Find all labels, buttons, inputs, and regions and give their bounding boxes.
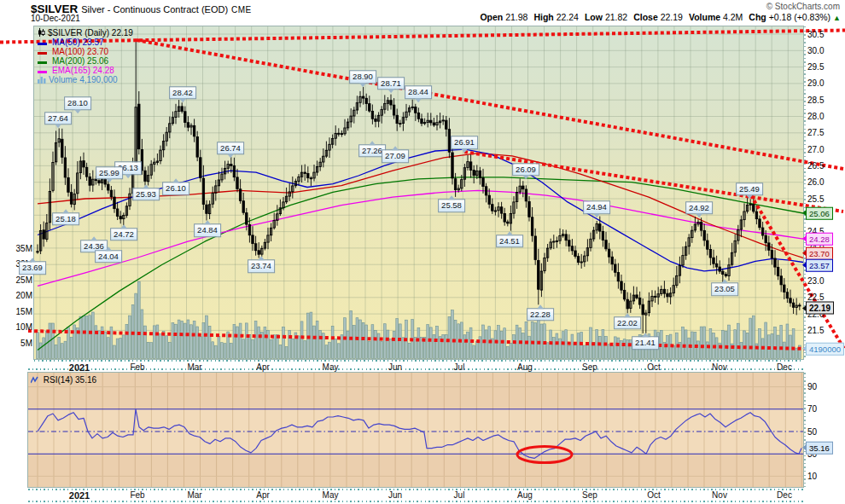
- month-label-sep: Sep: [582, 362, 597, 372]
- price-tick: 29.5: [807, 62, 824, 72]
- price-tick: 26.5: [807, 161, 824, 171]
- price-tick: 21.5: [807, 326, 824, 335]
- price-annotation: 24.94: [583, 200, 610, 214]
- price-annotation: 23.69: [19, 262, 46, 275]
- volume-value-box: 4190000: [806, 343, 844, 356]
- chart-legend: $SILVER (Daily) 22.19MA(50) 23.57MA(100)…: [38, 28, 133, 84]
- month-label-may: May: [323, 362, 339, 372]
- chart-title: Silver - Continuous Contract (EOD): [81, 4, 228, 14]
- stockcharts-silver-chart: $SILVERSilver - Continuous Contract (EOD…: [0, 0, 845, 504]
- legend-row: MA(200) 25.06: [38, 56, 133, 66]
- change-up-arrow-icon: ▲: [833, 14, 841, 22]
- rsi-axis-ticks: [804, 373, 806, 487]
- quote-open: Open 21.98: [480, 12, 527, 22]
- price-tick: 25.5: [807, 194, 824, 204]
- price-annotation: 28.42: [169, 86, 196, 100]
- price-annotation: 21.41: [632, 337, 659, 350]
- volume-bars-icon: [38, 76, 46, 85]
- volume-tick: 10M: [9, 322, 32, 332]
- price-value-box: 22.19: [806, 302, 834, 315]
- price-annotation: 22.02: [614, 316, 641, 330]
- month-label-aug: Aug: [517, 362, 533, 372]
- legend-row: $SILVER (Daily) 22.19: [38, 28, 133, 38]
- volume-tick: 15M: [9, 307, 32, 316]
- price-annotation: 26.09: [512, 163, 539, 177]
- quote-high: High 22.24: [533, 12, 579, 22]
- price-annotation: 24.04: [95, 250, 122, 264]
- price-annotation: 25.93: [132, 188, 160, 201]
- price-tick: 26.0: [807, 177, 824, 187]
- legend-row: MA(50) 23.57: [38, 38, 133, 47]
- legend-label: EMA(165) 24.28: [52, 66, 114, 75]
- price-tick: 29.0: [807, 78, 824, 88]
- month-label-oct: Oct: [647, 490, 661, 500]
- price-value-box: 24.28: [806, 233, 833, 246]
- price-annotation: 26.74: [217, 142, 244, 155]
- legend-label: MA(200) 25.06: [52, 56, 108, 66]
- chart-date: 10-Dec-2021: [31, 14, 80, 23]
- volume-tick: 5M: [9, 339, 32, 348]
- price-annotation: 26.91: [451, 136, 478, 149]
- price-tick: 23.0: [807, 276, 824, 286]
- rsi-tick: 70: [807, 404, 817, 414]
- price-value-box: 25.06: [806, 207, 833, 220]
- price-tick: 27.0: [807, 145, 824, 154]
- legend-label: MA(50) 23.57: [52, 38, 104, 47]
- rsi-tick: 90: [807, 382, 817, 391]
- quote-row: Open 21.98High 22.24Low 21.82Close 22.19…: [474, 12, 841, 22]
- quote-close: Close 22.19: [633, 12, 683, 22]
- price-tick: 27.5: [807, 128, 824, 137]
- month-label-jul: Jul: [454, 362, 465, 372]
- legend-label: $SILVER (Daily) 22.19: [48, 28, 133, 38]
- tick-strip-page-bottom: [28, 501, 803, 502]
- legend-row: Volume 4,190,000: [38, 75, 133, 84]
- legend-row: MA(100) 23.70: [38, 47, 133, 56]
- price-annotation: 23.05: [711, 282, 738, 296]
- month-label-sep: Sep: [582, 490, 597, 500]
- price-tick: 28.0: [807, 112, 824, 121]
- rsi-icon: [31, 376, 38, 385]
- volume-tick: 20M: [9, 291, 32, 300]
- legend-label: MA(100) 23.70: [52, 47, 108, 56]
- month-label-jun: Jun: [388, 362, 402, 372]
- price-value-box: 23.70: [806, 247, 833, 260]
- month-label-feb: Feb: [130, 362, 144, 372]
- price-annotation: 23.74: [248, 260, 275, 274]
- month-label-feb: Feb: [130, 490, 144, 500]
- month-label-nov: Nov: [712, 362, 727, 372]
- price-tick: 30.0: [807, 46, 824, 55]
- rsi-tick: 50: [807, 427, 817, 437]
- exchange-label: CME: [231, 5, 252, 14]
- price-annotation: 25.18: [52, 212, 79, 226]
- price-annotation: 25.99: [96, 166, 123, 180]
- price-annotation: 28.10: [64, 96, 91, 110]
- month-label-dec: Dec: [777, 490, 792, 500]
- price-annotation: 28.44: [405, 85, 432, 99]
- price-annotation: 27.09: [382, 149, 409, 163]
- price-annotation: 28.90: [349, 71, 376, 84]
- price-annotation: 28.71: [377, 77, 405, 90]
- volume-tick: 35M: [9, 244, 32, 253]
- tick-strip-main-bottom: [34, 360, 803, 362]
- price-tick: 30.5: [807, 30, 824, 39]
- price-annotation: 22.28: [527, 308, 554, 322]
- price-annotation: 24.84: [194, 223, 221, 237]
- month-label-2021: 2021: [69, 362, 90, 373]
- quote-chg: Chg +0.18 (+0.83%): [749, 12, 830, 22]
- month-label-jul: Jul: [454, 490, 465, 500]
- rsi-legend-label: RSI(14) 35.16: [44, 375, 96, 385]
- rsi-tick: 10: [807, 472, 817, 481]
- rsi-plot-area[interactable]: [27, 372, 804, 488]
- month-label-mar: Mar: [187, 362, 201, 372]
- month-label-nov: Nov: [712, 490, 727, 500]
- copyright-label: © StockCharts.com: [766, 2, 840, 11]
- month-label-may: May: [323, 490, 339, 500]
- price-value-box: 23.57: [806, 259, 833, 272]
- quote-low: Low 21.82: [585, 12, 627, 22]
- price-annotation: 25.58: [438, 200, 465, 213]
- price-annotation: 24.92: [685, 201, 713, 215]
- month-label-oct: Oct: [647, 362, 661, 372]
- rsi-legend: RSI(14) 35.16: [31, 375, 96, 385]
- legend-row: EMA(165) 24.28: [38, 66, 133, 75]
- price-annotation: 24.51: [496, 235, 523, 248]
